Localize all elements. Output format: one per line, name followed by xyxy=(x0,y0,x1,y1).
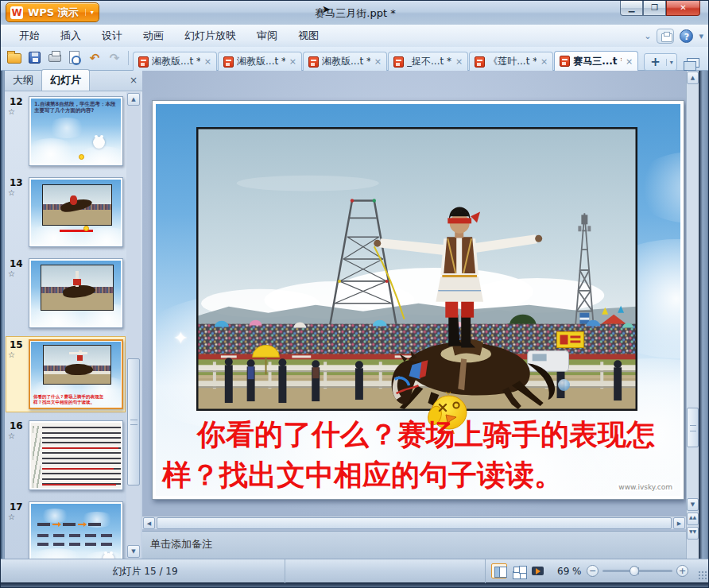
minimize-button[interactable]: ▁ xyxy=(620,1,643,16)
print-preview-button[interactable] xyxy=(67,50,83,66)
doc-tab-5[interactable]: 《莲叶...t * × xyxy=(469,52,553,71)
menu-design[interactable]: 设计 xyxy=(91,26,133,45)
redo-button[interactable]: ↷ xyxy=(107,50,122,66)
animation-star-icon: ☆ xyxy=(8,188,15,197)
slideshow-button[interactable] xyxy=(529,563,545,578)
next-slide-button[interactable]: ▼▼ xyxy=(687,527,699,540)
slide-indicator: 幻灯片 15 / 19 xyxy=(6,559,285,583)
bear-cartoon xyxy=(93,137,105,149)
toolbar-separator xyxy=(128,51,129,65)
scroll-left-icon[interactable]: ◀ xyxy=(143,517,155,529)
sidebar-scroll-down-icon[interactable]: ▼ xyxy=(127,545,140,558)
ppt-file-icon xyxy=(308,56,319,68)
bauble-decoration xyxy=(558,379,570,391)
menu-slideshow[interactable]: 幻灯片放映 xyxy=(174,26,246,45)
slide-thumb-17[interactable]: 17 ☆ xyxy=(5,501,126,559)
slide-sorter-view-button[interactable] xyxy=(510,563,526,578)
current-slide[interactable]: ✦ ✦ xyxy=(152,100,684,500)
menu-review[interactable]: 审阅 xyxy=(246,26,288,45)
view-switcher xyxy=(491,563,545,578)
ppt-file-icon xyxy=(475,56,485,68)
new-tab-arrow-icon[interactable]: ▾ xyxy=(666,59,676,66)
zoom-control: − + xyxy=(587,565,688,577)
tab-close-icon[interactable]: × xyxy=(540,56,548,67)
tab-close-icon[interactable]: × xyxy=(204,56,211,67)
doc-tab-active[interactable]: 赛马三...t * × xyxy=(554,51,638,71)
window-frame-bottom xyxy=(1,582,709,588)
zoom-slider[interactable] xyxy=(602,570,672,572)
horse-rider-photo[interactable] xyxy=(196,127,637,411)
save-button[interactable] xyxy=(27,50,43,66)
sidebar-scroll-up-icon[interactable]: ▲ xyxy=(127,93,140,106)
maximize-button[interactable]: ❐ xyxy=(643,1,666,16)
previous-slide-button[interactable]: ▲▲ xyxy=(687,513,699,525)
tab-close-icon[interactable]: × xyxy=(374,56,382,67)
thumb-question-text: 你看的了什么？赛场上骑手的表现怎 样？找出文中相应的句子读读。 xyxy=(33,394,121,405)
slide-thumb-13[interactable]: 13 ☆ xyxy=(5,177,126,247)
animation-star-icon: ☆ xyxy=(8,107,15,116)
horizontal-scrollbar[interactable]: ◀ ▶ xyxy=(142,516,686,529)
toolbar-tab-row: ↶ ↷ ▾ 湘教版...t * × 湘教版...t * × 湘教版...t * … xyxy=(1,47,709,71)
animation-star-icon: ☆ xyxy=(8,269,15,278)
scroll-up-icon[interactable]: ▲ xyxy=(687,72,699,84)
sidebar-scroll-thumb[interactable] xyxy=(127,358,140,485)
slide-thumb-14[interactable]: 14 ☆ xyxy=(5,258,126,328)
skin-shirt-icon[interactable] xyxy=(657,29,674,44)
new-tab-button[interactable]: + ▾ xyxy=(644,53,677,71)
zoom-out-button[interactable]: − xyxy=(587,565,599,577)
tab-outline[interactable]: 大纲 xyxy=(5,70,41,91)
doc-tab-2[interactable]: 湘教版...t * × xyxy=(218,52,302,71)
quick-access-toolbar: ↶ ↷ ▾ xyxy=(7,50,138,66)
panel-tabs: 大纲 幻灯片 × xyxy=(5,71,142,91)
mouse-cursor-icon: ➤ xyxy=(322,3,331,15)
normal-view-button[interactable] xyxy=(491,563,507,578)
menu-insert[interactable]: 插入 xyxy=(50,26,91,45)
panel-close-icon[interactable]: × xyxy=(130,75,138,86)
help-icon[interactable]: ? xyxy=(680,29,693,43)
open-button[interactable] xyxy=(7,50,23,66)
slide-thumbnail-list: 12 ☆ 1.自读第8自然段，学生思考：本段主要写了几个方面的内容? 13 ☆ xyxy=(5,92,126,559)
tab-switcher-icon[interactable] xyxy=(684,58,699,71)
horizontal-scroll-thumb[interactable] xyxy=(157,517,672,529)
slide-question-text[interactable]: 你看的了什么？赛场上骑手的表现怎 样？找出文中相应的句子读读。 xyxy=(159,414,679,495)
tab-close-icon[interactable]: × xyxy=(626,56,633,67)
animation-star-icon: ☆ xyxy=(8,513,15,521)
doc-tab-1[interactable]: 湘教版...t * × xyxy=(133,52,217,71)
notes-pane[interactable]: 单击添加备注 xyxy=(142,531,686,559)
flow-diagram xyxy=(37,523,119,526)
printer-icon xyxy=(48,54,61,62)
collapse-ribbon-icon[interactable]: ⌄ xyxy=(644,31,651,41)
menu-bar: 开始 插入 设计 动画 幻灯片放映 审阅 视图 ⌄ ? ▾ xyxy=(1,25,709,47)
slide-panel: 大纲 幻灯片 × 12 ☆ 1.自读第8自然段，学生思考：本段主要写了几个方面的… xyxy=(5,71,142,559)
slide-thumb-16[interactable]: 16 ☆ xyxy=(5,420,126,490)
tab-slides[interactable]: 幻灯片 xyxy=(41,69,90,91)
document-title: 赛马三月街.ppt * xyxy=(1,6,709,21)
zoom-in-button[interactable]: + xyxy=(676,565,688,577)
undo-button[interactable]: ↶ xyxy=(87,50,103,66)
tab-close-icon[interactable]: × xyxy=(289,56,296,67)
sidebar-scrollbar[interactable]: ▲ ▼ xyxy=(126,92,141,559)
menu-home[interactable]: 开始 xyxy=(9,26,50,45)
help-dropdown-icon[interactable]: ▾ xyxy=(699,31,703,41)
doc-tab-4[interactable]: _捉不...t * × xyxy=(388,52,468,71)
menu-animation[interactable]: 动画 xyxy=(133,26,174,45)
slide-thumb-15-selected[interactable]: 15 ☆ 你看的了什 xyxy=(5,339,126,409)
scroll-down-icon[interactable]: ▼ xyxy=(687,498,699,511)
vertical-scrollbar[interactable]: ▲ ▼ ▲▲ ▼▼ xyxy=(686,71,699,559)
menu-view[interactable]: 视图 xyxy=(288,26,329,45)
print-button[interactable] xyxy=(47,50,63,66)
resize-grip[interactable] xyxy=(698,571,707,580)
folder-icon xyxy=(7,53,21,64)
slide-canvas[interactable]: ✦ ✦ xyxy=(142,71,686,516)
scroll-right-icon[interactable]: ▶ xyxy=(673,517,685,529)
slide-thumb-12[interactable]: 12 ☆ 1.自读第8自然段，学生思考：本段主要写了几个方面的内容? xyxy=(5,96,126,166)
doc-tab-3[interactable]: 湘教版...t * × xyxy=(303,52,387,71)
dense-text-lines xyxy=(42,427,121,488)
window-frame-right xyxy=(699,71,709,559)
ppt-file-icon xyxy=(223,56,234,68)
ppt-file-icon xyxy=(393,56,404,68)
close-button[interactable]: ✕ xyxy=(666,1,700,16)
tab-close-icon[interactable]: × xyxy=(455,56,463,67)
vertical-scroll-thumb[interactable] xyxy=(687,408,699,447)
zoom-slider-thumb[interactable] xyxy=(630,566,639,576)
